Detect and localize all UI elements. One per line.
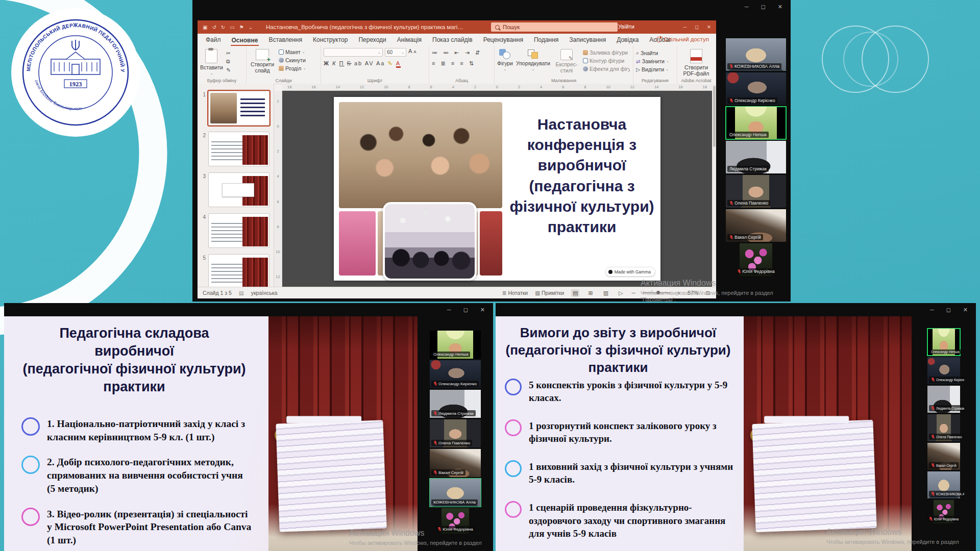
grow-shrink-font-icons[interactable]: АА — [408, 48, 418, 57]
slide-thumbnail[interactable] — [208, 91, 270, 126]
replace-button[interactable]: ⇄Замінити⌄ — [636, 58, 669, 64]
slide-thumbnail[interactable] — [208, 132, 270, 166]
participant-tile[interactable]: Юлія Федорівна — [740, 243, 772, 276]
slide-thumbnail-row[interactable]: 1 — [201, 91, 274, 126]
minimize-button[interactable]: ─ — [447, 307, 451, 313]
ribbon-tab[interactable]: Файл — [205, 35, 222, 46]
share-button[interactable]: Спільний доступ — [656, 36, 709, 42]
start-slideshow-icon[interactable]: ▭ — [230, 24, 234, 30]
slide-thumbnail-row[interactable]: 2 — [201, 132, 274, 166]
paste-button[interactable]: Вставити ⌄ — [200, 48, 223, 76]
maximize-button[interactable]: ◻ — [463, 307, 468, 313]
participant-tile[interactable]: Олександр Кирієнко — [927, 357, 960, 384]
minimize-button[interactable]: ─ — [745, 4, 749, 10]
ribbon-tab[interactable]: Анімація — [396, 35, 423, 46]
slide-thumbnail-row[interactable]: 5 — [201, 254, 274, 287]
zoom-out-button[interactable]: ─ — [632, 290, 635, 296]
ribbon-tab[interactable]: Довідка — [616, 35, 640, 46]
slide-sorter-view-button[interactable]: ⊞ — [586, 289, 594, 297]
ribbon-tab[interactable]: Основне — [231, 35, 259, 46]
save-icon[interactable]: ▣ — [203, 24, 207, 30]
maximize-button[interactable]: ◻ — [946, 307, 951, 313]
fit-to-window-icon[interactable]: ⊡ — [705, 290, 710, 296]
undo-icon[interactable]: ↺ — [212, 24, 216, 30]
chevron-down-icon[interactable]: ⌄ — [249, 24, 253, 30]
slideshow-view-button[interactable]: ▷ — [617, 289, 624, 297]
close-button[interactable]: ✕ — [778, 4, 782, 10]
zoom-level[interactable]: 57% — [688, 290, 698, 296]
comments-button[interactable]: ▥ Примітки — [535, 290, 564, 296]
minimize-button[interactable]: ─ — [930, 307, 934, 313]
spellcheck-icon[interactable]: ▤ — [239, 290, 244, 296]
format-painter-icon[interactable]: ✎ — [226, 67, 231, 73]
reset-button[interactable]: Скинути — [279, 57, 306, 63]
find-button[interactable]: ⌕Знайти — [636, 49, 669, 56]
ribbon-tab[interactable]: Показ слайдів — [431, 35, 474, 46]
redo-icon[interactable]: ↻ — [221, 24, 225, 30]
current-slide[interactable]: Настановчаконференція звиробничої(педаго… — [334, 97, 660, 281]
quick-styles-button[interactable]: Експрес-стилі — [553, 48, 580, 73]
reading-view-button[interactable]: ▥ — [602, 289, 610, 297]
participant-tile[interactable]: Людмила Стрижак — [430, 390, 481, 418]
participant-tile[interactable]: КОЖЕВНИКОВА Алла — [430, 479, 481, 507]
layout-button[interactable]: Макет⌄ — [279, 49, 306, 55]
search-input[interactable]: Пошук — [491, 22, 618, 32]
shape-fill-button[interactable]: Заливка фігури — [583, 49, 630, 56]
notes-button[interactable]: ≣ Нотатки — [502, 290, 528, 296]
participant-tile[interactable]: КОЖЕВНИКОВА Алла — [927, 471, 960, 498]
ribbon-tab[interactable]: Переходи — [357, 35, 387, 46]
participant-tile[interactable]: Юлія Федорівна — [934, 500, 954, 523]
select-button[interactable]: ▷Виділити⌄ — [636, 66, 669, 72]
align-buttons[interactable]: ≡ ≣ ≡ ≡ ⇅ — [432, 60, 476, 67]
maximize-button[interactable]: ◻ — [761, 4, 766, 10]
strikethrough-button[interactable]: S — [347, 60, 352, 66]
ribbon-tab[interactable]: Рецензування — [482, 35, 524, 46]
participant-tile[interactable]: Людмила Стрижак — [726, 141, 786, 173]
participant-tile[interactable]: Олена Павленко — [726, 175, 786, 208]
vertical-scrollbar[interactable] — [712, 84, 716, 287]
slide-thumbnail[interactable] — [208, 213, 270, 248]
slide-thumbnail[interactable] — [208, 254, 270, 287]
new-slide-button[interactable]: Створити слайд — [249, 48, 276, 73]
slide-thumbnail-row[interactable]: 4 — [201, 213, 274, 248]
shape-effects-button[interactable]: Ефекти для фігур — [583, 66, 630, 72]
participant-tile[interactable]: Вакал Сергій — [430, 449, 481, 477]
sign-in-button[interactable]: Увійти — [618, 23, 634, 30]
underline-button[interactable]: П — [339, 60, 345, 66]
highlight-color-button[interactable]: ✎ — [387, 60, 393, 66]
slide-thumbnail[interactable] — [208, 172, 270, 207]
participant-tile[interactable]: Олександр Непша — [927, 329, 960, 356]
participant-tile[interactable]: Олена Павленко — [927, 414, 960, 441]
cut-icon[interactable]: ✂ — [226, 50, 231, 56]
bold-button[interactable]: Ж — [324, 60, 330, 66]
participant-tile[interactable]: КОЖЕВНИКОВА Алла — [726, 38, 786, 71]
ribbon-tab[interactable]: Записування — [568, 35, 607, 46]
participant-tile[interactable]: Юлія Федорівна — [442, 508, 469, 534]
participant-tile[interactable]: Вакал Сергій — [927, 443, 960, 470]
create-pdf-button[interactable]: Створити PDF-файл — [680, 48, 713, 77]
language-indicator[interactable]: українська — [251, 290, 278, 296]
font-style-buttons[interactable]: Ж К П S ab AV Aa ✎ А — [324, 60, 401, 67]
copy-icon[interactable]: ⧉ — [226, 58, 231, 65]
font-size-select[interactable]: 60⌄ — [385, 48, 406, 57]
font-color-button[interactable]: А — [396, 60, 401, 68]
list-indent-buttons[interactable]: ≔ ≕ ⇤ ⇥ ⇵ — [432, 48, 482, 56]
char-spacing-button[interactable]: AV — [365, 60, 374, 66]
zoom-slider[interactable] — [643, 292, 670, 293]
ribbon-tab[interactable]: Вставлення — [267, 35, 303, 46]
ribbon-tab[interactable]: Конструктор — [312, 35, 349, 46]
participant-tile[interactable]: Олександр Кирієнко — [726, 72, 786, 105]
participant-tile[interactable]: Олександр Непша — [726, 107, 786, 139]
participant-tile[interactable]: Олена Павленко — [430, 419, 481, 447]
shapes-button[interactable]: Фігури ⌄ — [497, 48, 513, 71]
participant-tile[interactable]: Олександр Кирієнко — [430, 360, 481, 388]
slide-thumbnail-row[interactable]: 3 — [201, 172, 274, 207]
participant-tile[interactable]: Олександр Непша — [430, 331, 481, 359]
font-name-select[interactable]: ⌄ — [324, 48, 383, 57]
normal-view-button[interactable]: ▤ — [571, 289, 579, 297]
participant-tile[interactable]: Вакал Сергій — [726, 209, 786, 242]
participant-tile[interactable]: Людмила Стрижак — [927, 386, 960, 413]
ppt-minimize-button[interactable]: ─ — [683, 24, 687, 30]
section-button[interactable]: Розділ⌄ — [279, 65, 306, 71]
ppt-restore-button[interactable]: ◻ — [695, 24, 699, 30]
